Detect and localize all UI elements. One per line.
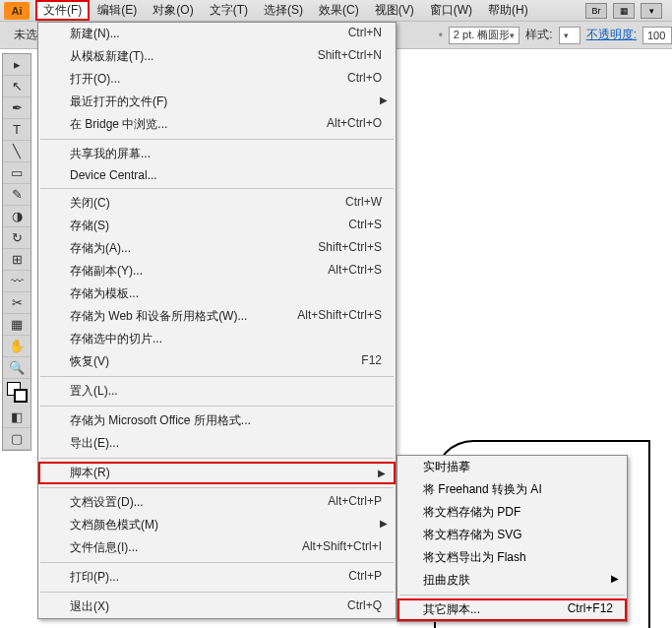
file-menu-item[interactable]: 退出(X)Ctrl+Q xyxy=(38,596,396,618)
file-menu-item[interactable]: 最近打开的文件(F)▶ xyxy=(38,91,396,113)
file-menu-item[interactable]: 在 Bridge 中浏览...Alt+Ctrl+O xyxy=(38,113,396,136)
menu-separator xyxy=(399,595,625,596)
file-menu-item[interactable]: 恢复(V)F12 xyxy=(38,350,396,373)
style-label: 样式: xyxy=(525,27,552,43)
tool-type[interactable]: T xyxy=(3,119,31,141)
menu-item-label: 共享我的屏幕... xyxy=(70,146,382,162)
workspace-dropdown-icon[interactable]: ▾ xyxy=(641,3,662,19)
menu-separator xyxy=(40,592,394,593)
file-menu-item[interactable]: 存储副本(Y)...Alt+Ctrl+S xyxy=(38,260,396,283)
script-menu-item[interactable]: 将文档存储为 SVG xyxy=(397,524,627,546)
file-menu-item[interactable]: 存储选中的切片... xyxy=(38,328,396,350)
tool-selection[interactable]: ↖ xyxy=(3,76,31,97)
menu-item-label: 存储选中的切片... xyxy=(70,331,382,347)
menu-item-label: 从模板新建(T)... xyxy=(70,48,318,65)
stroke-swatch[interactable] xyxy=(14,389,28,403)
file-menu-item[interactable]: 存储(S)Ctrl+S xyxy=(38,215,396,237)
tool-rectangle[interactable]: ▭ xyxy=(3,162,31,184)
tool-mode[interactable]: ◧ xyxy=(3,407,31,428)
tool-screen[interactable]: ▢ xyxy=(3,428,31,450)
file-menu-item[interactable]: 从模板新建(T)...Shift+Ctrl+N xyxy=(38,45,396,68)
color-swatch[interactable] xyxy=(3,379,31,407)
menu-help[interactable]: 帮助(H) xyxy=(480,0,536,21)
tool-paintbrush[interactable]: ✎ xyxy=(3,184,31,206)
script-submenu: 实时描摹将 Freehand 转换为 AI将文档存储为 PDF将文档存储为 SV… xyxy=(397,455,628,622)
tool-grip[interactable]: ▸ xyxy=(3,54,31,76)
tool-symbol[interactable]: ⊞ xyxy=(3,249,31,271)
menu-object[interactable]: 对象(O) xyxy=(145,0,201,21)
tool-scissors[interactable]: ✂ xyxy=(3,292,31,314)
menu-item-label: 存储为(A)... xyxy=(70,240,318,257)
menu-shortcut: Ctrl+Q xyxy=(347,598,382,615)
tool-line[interactable]: ╲ xyxy=(3,141,31,162)
file-menu-item[interactable]: 文档设置(D)...Alt+Ctrl+P xyxy=(38,491,396,514)
file-menu-item[interactable]: 导出(E)... xyxy=(38,432,396,455)
tool-zoom[interactable]: 🔍 xyxy=(3,357,31,379)
menu-item-label: 恢复(V) xyxy=(70,353,361,370)
menu-select[interactable]: 选择(S) xyxy=(256,0,311,21)
menu-shortcut: Alt+Ctrl+P xyxy=(328,494,382,511)
tool-hand[interactable]: ✋ xyxy=(3,336,31,357)
script-menu-item[interactable]: 扭曲皮肤▶ xyxy=(397,569,627,592)
file-menu-item[interactable]: 打印(P)...Ctrl+P xyxy=(38,566,396,589)
menu-edit[interactable]: 编辑(E) xyxy=(90,0,145,21)
file-menu-item[interactable]: 关闭(C)Ctrl+W xyxy=(38,192,396,215)
file-menu-item[interactable]: 存储为 Microsoft Office 所用格式... xyxy=(38,409,396,432)
menu-separator xyxy=(40,188,394,189)
tool-mesh[interactable]: 〰 xyxy=(3,271,31,292)
arrange-icon[interactable]: ▦ xyxy=(613,3,635,19)
file-menu-item[interactable]: 存储为模板... xyxy=(38,283,396,305)
menu-separator xyxy=(40,562,394,563)
menu-shortcut: Ctrl+N xyxy=(348,26,382,42)
menu-item-label: 其它脚本... xyxy=(423,601,568,618)
file-menu-item[interactable]: 置入(L)... xyxy=(38,380,396,403)
menu-shortcut: Ctrl+W xyxy=(345,195,382,212)
menu-window[interactable]: 窗口(W) xyxy=(422,0,480,21)
tool-rotate[interactable]: ◑ xyxy=(3,206,31,227)
menu-item-label: 存储(S) xyxy=(70,218,348,234)
menu-view[interactable]: 视图(V) xyxy=(367,0,422,21)
file-menu-item[interactable]: 存储为(A)...Shift+Ctrl+S xyxy=(38,237,396,260)
tool-artboard[interactable]: ▦ xyxy=(3,314,31,336)
menu-item-label: 文档设置(D)... xyxy=(70,494,328,511)
menu-separator xyxy=(40,406,394,407)
submenu-arrow-icon: ▶ xyxy=(611,573,619,584)
script-menu-item[interactable]: 将文档导出为 Flash xyxy=(397,546,627,569)
menu-file[interactable]: 文件(F) xyxy=(35,0,90,21)
opacity-label[interactable]: 不透明度: xyxy=(586,27,637,43)
opacity-value[interactable]: 100 xyxy=(642,27,672,44)
menu-shortcut: Ctrl+P xyxy=(348,569,382,586)
menu-shortcut: Alt+Shift+Ctrl+I xyxy=(302,539,382,556)
menu-type[interactable]: 文字(T) xyxy=(202,0,256,21)
tool-pen[interactable]: ✒ xyxy=(3,97,31,119)
menu-item-label: 脚本(R) xyxy=(70,465,382,481)
script-menu-item[interactable]: 其它脚本...Ctrl+F12 xyxy=(397,598,627,621)
file-menu-item[interactable]: 文档颜色模式(M)▶ xyxy=(38,514,396,536)
file-menu-item[interactable]: Device Central... xyxy=(38,165,396,185)
menu-separator xyxy=(40,139,394,140)
menu-item-label: 文档颜色模式(M) xyxy=(70,517,382,534)
stroke-profile-field[interactable]: 2 pt. 椭圆形 xyxy=(449,27,519,44)
file-menu-item[interactable]: 打开(O)...Ctrl+O xyxy=(38,68,396,91)
tool-warp[interactable]: ↻ xyxy=(3,227,31,249)
style-swatch[interactable] xyxy=(559,27,580,44)
file-menu-item[interactable]: 存储为 Web 和设备所用格式(W)...Alt+Shift+Ctrl+S xyxy=(38,305,396,328)
file-menu-item[interactable]: 新建(N)...Ctrl+N xyxy=(38,23,396,45)
menu-item-label: 新建(N)... xyxy=(70,26,348,42)
menu-item-label: 扭曲皮肤 xyxy=(423,572,613,589)
menu-shortcut: Alt+Ctrl+S xyxy=(328,263,382,280)
file-menu-dropdown: 新建(N)...Ctrl+N从模板新建(T)...Shift+Ctrl+N打开(… xyxy=(37,22,397,619)
menu-item-label: 关闭(C) xyxy=(70,195,345,212)
file-menu-item[interactable]: 共享我的屏幕... xyxy=(38,143,396,165)
file-menu-item[interactable]: 脚本(R)▶ xyxy=(38,462,396,484)
menu-item-label: 导出(E)... xyxy=(70,435,382,452)
menu-effect[interactable]: 效果(C) xyxy=(311,0,367,21)
file-menu-item[interactable]: 文件信息(I)...Alt+Shift+Ctrl+I xyxy=(38,536,396,559)
script-menu-item[interactable]: 将文档存储为 PDF xyxy=(397,501,627,524)
script-menu-item[interactable]: 将 Freehand 转换为 AI xyxy=(397,478,627,501)
menu-item-label: 将文档存储为 SVG xyxy=(423,527,613,543)
menu-item-label: 将 Freehand 转换为 AI xyxy=(423,481,613,498)
menu-item-label: 存储为 Web 和设备所用格式(W)... xyxy=(70,308,297,325)
bridge-icon[interactable]: Br xyxy=(585,3,607,19)
script-menu-item[interactable]: 实时描摹 xyxy=(397,456,627,478)
